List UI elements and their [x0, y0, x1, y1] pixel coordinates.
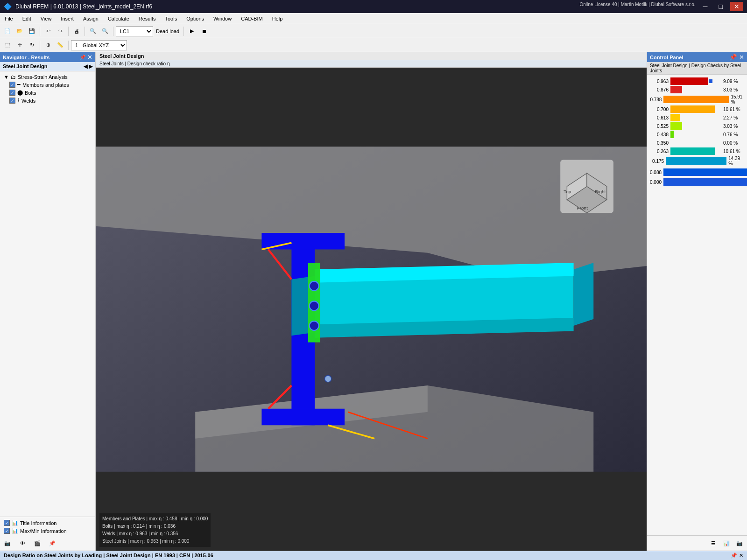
cp-table-btn[interactable]: ☰: [708, 538, 719, 549]
legend-pct-6: 0.76 %: [723, 132, 744, 137]
svg-point-13: [310, 281, 319, 291]
legend-label-9: 0.175: [650, 159, 664, 164]
legend-row-2: 0.788 15.91 %: [650, 94, 744, 105]
color-legend: 0.963 9.09 % 0.876 3.03 % 0.788 15.91 % …: [647, 75, 747, 535]
nav-content: ▼ 🗂 Stress-Strain Analysis ✓ ━ Members a…: [0, 71, 95, 517]
svg-marker-9: [574, 263, 594, 326]
tb-new[interactable]: 📄: [2, 26, 13, 37]
minimize-button[interactable]: ─: [699, 2, 712, 11]
nav-stress-strain[interactable]: ▼ 🗂 Stress-Strain Analysis: [2, 73, 93, 81]
tb-zoom-in[interactable]: 🔍: [87, 26, 99, 37]
maximize-button[interactable]: □: [715, 2, 726, 11]
nav-pin[interactable]: 📌: [80, 54, 85, 61]
nav-eye-btn[interactable]: 👁: [17, 538, 28, 549]
nav-members[interactable]: ✓ ━ Members and plates: [2, 81, 93, 89]
results-close[interactable]: ✕: [739, 553, 743, 559]
nav-pin-btn[interactable]: 📌: [47, 538, 58, 549]
legend-bar-2: [663, 96, 729, 103]
menu-help[interactable]: Help: [268, 15, 288, 22]
legend-label-2: 0.788: [650, 97, 662, 102]
tb-zoom-out[interactable]: 🔍: [99, 26, 111, 37]
cp-chart-btn[interactable]: 📊: [721, 538, 732, 549]
tb-save[interactable]: 💾: [26, 26, 37, 37]
legend-row-7: 0.350 0.00 %: [650, 139, 744, 147]
tb-select[interactable]: ⬚: [2, 40, 13, 51]
viewport-3d: Front Top Right: [96, 68, 647, 551]
legend-bar-container-3: [670, 105, 721, 113]
nav-welds-label: Welds: [21, 98, 35, 104]
legend-bar-3: [670, 105, 715, 113]
tb-undo[interactable]: ↩: [42, 26, 54, 37]
cp-title: Control Panel: [650, 55, 684, 60]
results-pin[interactable]: 📌: [731, 553, 737, 559]
legend-row-11: 0.000: [650, 178, 744, 186]
view-dropdown[interactable]: 1 - Global XYZ: [71, 40, 127, 50]
menu-file[interactable]: File: [0, 15, 18, 22]
menu-cad-bim[interactable]: CAD-BIM: [236, 15, 267, 22]
menu-edit[interactable]: Edit: [18, 15, 36, 22]
tb-snap[interactable]: ⊕: [42, 40, 54, 51]
tb-stop[interactable]: ⏹: [198, 26, 210, 37]
nav-cam-btn[interactable]: 📷: [2, 538, 13, 549]
viewport: Steel Joint Design Steel Joints | Design…: [96, 52, 647, 551]
tb-redo[interactable]: ↪: [55, 26, 66, 37]
nav-section-label: Steel Joint Design ◀ ▶: [0, 62, 95, 71]
menu-tools[interactable]: Tools: [160, 15, 182, 22]
legend-pct-2: 15.91 %: [731, 94, 744, 105]
tb-measure[interactable]: 📏: [55, 40, 66, 51]
cp-pin[interactable]: 📌: [729, 54, 737, 61]
legend-bar-1: [670, 86, 682, 93]
cp-close[interactable]: ✕: [739, 54, 744, 61]
nav-maxmin-label: Max/Min Information: [20, 528, 67, 534]
legend-row-0: 0.963 9.09 %: [650, 77, 744, 85]
menu-results[interactable]: Results: [134, 15, 161, 22]
cp-subtitle: Steel Joint Design | Design Checks by St…: [647, 62, 747, 75]
legend-bar-container-1: [670, 86, 721, 93]
tb-run[interactable]: ▶: [186, 26, 197, 37]
tb-print[interactable]: 🖨: [71, 26, 82, 37]
sep7: [68, 41, 69, 50]
nav-bolts[interactable]: ✓ ⬤ Bolts: [2, 89, 93, 97]
nav-members-check[interactable]: ✓: [9, 82, 15, 88]
menu-calculate[interactable]: Calculate: [103, 15, 134, 22]
nav-welds-check[interactable]: ✓: [9, 98, 15, 104]
legend-row-3: 0.700 10.61 %: [650, 105, 744, 113]
nav-close[interactable]: ✕: [87, 54, 92, 61]
info-line-4: Steel Joints | max η : 0.963 | min η : 0…: [102, 538, 208, 545]
menu-insert[interactable]: Insert: [56, 15, 78, 22]
menu-view[interactable]: View: [36, 15, 56, 22]
tb-open[interactable]: 📂: [14, 26, 25, 37]
titlebar: 🔷 Dlubal RFEM | 6.01.0013 | Steel_joints…: [0, 0, 747, 13]
tb-move[interactable]: ✛: [14, 40, 25, 51]
legend-bar-4: [670, 114, 680, 121]
nav-footer: ✓ 📊 Title Information ✓ 📊 Max/Min Inform…: [0, 517, 95, 551]
legend-bar-11: [663, 178, 747, 186]
legend-pct-5: 3.03 %: [723, 124, 744, 129]
menu-assign[interactable]: Assign: [78, 15, 103, 22]
legend-bar-10: [663, 168, 747, 176]
titlebar-left: 🔷 Dlubal RFEM | 6.01.0013 | Steel_joints…: [4, 3, 152, 10]
svg-point-14: [310, 301, 319, 310]
toolbar-row-1: 📄 📂 💾 ↩ ↪ 🖨 🔍 🔍 LC1 Dead load ▶ ⏹: [0, 24, 747, 38]
nav-maxmin-check[interactable]: ✓: [4, 528, 10, 534]
nav-video-btn[interactable]: 🎬: [32, 538, 43, 549]
nav-maxmin-info[interactable]: ✓ 📊 Max/Min Information: [2, 527, 93, 535]
cp-export-btn[interactable]: 📷: [734, 538, 745, 549]
menu-window[interactable]: Window: [209, 15, 236, 22]
viewport-header: Steel Joint Design: [96, 52, 647, 60]
close-button[interactable]: ✕: [730, 2, 743, 11]
viewport-canvas[interactable]: Front Top Right Members and Plates | max…: [96, 68, 647, 551]
nav-members-icon: ━: [17, 82, 21, 88]
nav-stress-label: Stress-Strain Analysis: [18, 74, 68, 80]
svg-point-21: [324, 376, 331, 382]
sep2: [68, 27, 69, 36]
control-panel: Control Panel 📌 ✕ Steel Joint Design | D…: [647, 52, 747, 551]
tb-rotate[interactable]: ↻: [26, 40, 37, 51]
nav-welds[interactable]: ✓ ⌇ Welds: [2, 97, 93, 105]
nav-titleinfo-check[interactable]: ✓: [4, 520, 10, 526]
titlebar-right[interactable]: Online License 40 | Martin Motlik | Dlub…: [580, 2, 743, 11]
nav-title-info[interactable]: ✓ 📊 Title Information: [2, 519, 93, 527]
menu-options[interactable]: Options: [182, 15, 209, 22]
nav-bolts-check[interactable]: ✓: [9, 90, 15, 96]
lc-dropdown[interactable]: LC1: [116, 26, 153, 36]
